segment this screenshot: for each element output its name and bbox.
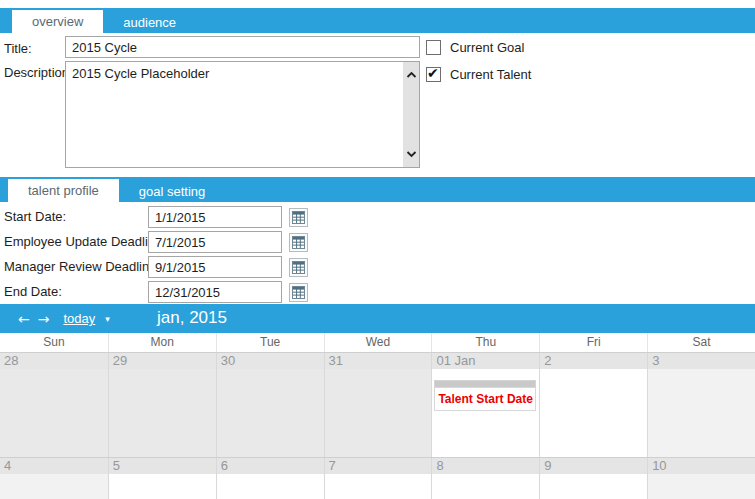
start-date-input[interactable]	[148, 206, 282, 228]
calendar-cell-jan5[interactable]: 5	[108, 458, 216, 499]
tab-overview[interactable]: overview	[12, 10, 103, 33]
calendar-cell-jan1[interactable]: 01 Jan Talent Start Date	[431, 353, 539, 457]
next-month-icon[interactable]: →	[38, 311, 50, 327]
employee-update-deadline-input[interactable]	[148, 231, 282, 253]
description-textarea[interactable]: 2015 Cycle Placeholder	[65, 61, 420, 168]
end-date-label: End Date:	[4, 284, 62, 299]
scroll-up-icon[interactable]	[406, 71, 417, 79]
calendar-cell-dec28[interactable]: 28	[0, 353, 108, 457]
dayhead-wed: Wed	[324, 333, 432, 352]
calendar-cell-jan4[interactable]: 4	[0, 458, 108, 499]
tab-talent-profile-label: talent profile	[28, 183, 99, 198]
dayhead-thu: Thu	[431, 333, 539, 352]
talent-start-date-event[interactable]: Talent Start Date	[434, 380, 536, 411]
employee-update-deadline-calendar-button[interactable]	[289, 233, 308, 252]
current-goal-checkbox[interactable]	[426, 40, 441, 55]
dayhead-tue: Tue	[216, 333, 324, 352]
manager-review-deadline-label: Manager Review Deadline:	[4, 259, 160, 274]
current-goal-row: Current Goal	[426, 40, 524, 55]
calendar-header: ← → today ▾ jan, 2015	[0, 304, 755, 333]
top-tabbar: overview audience	[0, 8, 755, 33]
today-link[interactable]: today	[63, 311, 95, 326]
start-date-label: Start Date:	[4, 209, 66, 224]
tab-audience-label: audience	[123, 15, 176, 30]
calendar-cell-dec29[interactable]: 29	[108, 353, 216, 457]
employee-update-deadline-label: Employee Update Deadline:	[4, 234, 166, 249]
calendar-month-title: jan, 2015	[157, 308, 227, 328]
calendar-cell-jan10[interactable]: 10	[647, 458, 755, 499]
title-input[interactable]	[65, 36, 420, 58]
dayhead-sun: Sun	[0, 333, 108, 352]
current-talent-label: Current Talent	[450, 67, 531, 82]
tab-goal-setting-label: goal setting	[139, 184, 206, 199]
view-dropdown-caret-icon[interactable]: ▾	[105, 314, 110, 324]
description-scrollbar[interactable]	[403, 62, 419, 167]
calendar-week-row: 4 5 6 7 8 9 10	[0, 457, 755, 499]
calendar-icon	[292, 236, 305, 249]
manager-review-deadline-calendar-button[interactable]	[289, 258, 308, 277]
current-talent-row: Current Talent	[426, 67, 531, 82]
tab-overview-label: overview	[32, 14, 83, 29]
tab-goal-setting[interactable]: goal setting	[119, 181, 226, 202]
event-title: Talent Start Date	[438, 392, 532, 406]
calendar-cell-jan8[interactable]: 8	[431, 458, 539, 499]
calendar-week-row: 28 29 30 31 01 Jan Talent Start Date 2 3	[0, 352, 755, 457]
calendar-cell-jan7[interactable]: 7	[324, 458, 432, 499]
calendar-cell-jan3[interactable]: 3	[647, 353, 755, 457]
calendar-icon	[292, 211, 305, 224]
calendar-cell-jan2[interactable]: 2	[539, 353, 647, 457]
description-text: 2015 Cycle Placeholder	[72, 66, 397, 81]
tab-talent-profile[interactable]: talent profile	[8, 179, 119, 202]
calendar-cell-jan9[interactable]: 9	[539, 458, 647, 499]
cycle-editor-screen: overview audience Title: Description: 20…	[0, 0, 755, 499]
scroll-down-icon[interactable]	[406, 150, 417, 158]
title-label: Title:	[4, 41, 32, 56]
description-label: Description:	[4, 65, 73, 80]
day-of-week-header-row: Sun Mon Tue Wed Thu Fri Sat	[0, 333, 755, 352]
tab-audience[interactable]: audience	[103, 12, 196, 33]
calendar-cell-dec31[interactable]: 31	[324, 353, 432, 457]
dayhead-fri: Fri	[539, 333, 647, 352]
manager-review-deadline-input[interactable]	[148, 256, 282, 278]
calendar-icon	[292, 261, 305, 274]
dayhead-sat: Sat	[647, 333, 755, 352]
inner-tabbar: talent profile goal setting	[0, 177, 755, 202]
prev-month-icon[interactable]: ←	[18, 311, 30, 327]
end-date-calendar-button[interactable]	[289, 283, 308, 302]
dayhead-mon: Mon	[108, 333, 216, 352]
event-drag-handle[interactable]	[434, 380, 536, 387]
calendar-cell-jan6[interactable]: 6	[216, 458, 324, 499]
end-date-input[interactable]	[148, 281, 282, 303]
start-date-calendar-button[interactable]	[289, 208, 308, 227]
calendar-cell-dec30[interactable]: 30	[216, 353, 324, 457]
current-goal-label: Current Goal	[450, 40, 524, 55]
calendar-icon	[292, 286, 305, 299]
current-talent-checkbox[interactable]	[426, 67, 441, 82]
